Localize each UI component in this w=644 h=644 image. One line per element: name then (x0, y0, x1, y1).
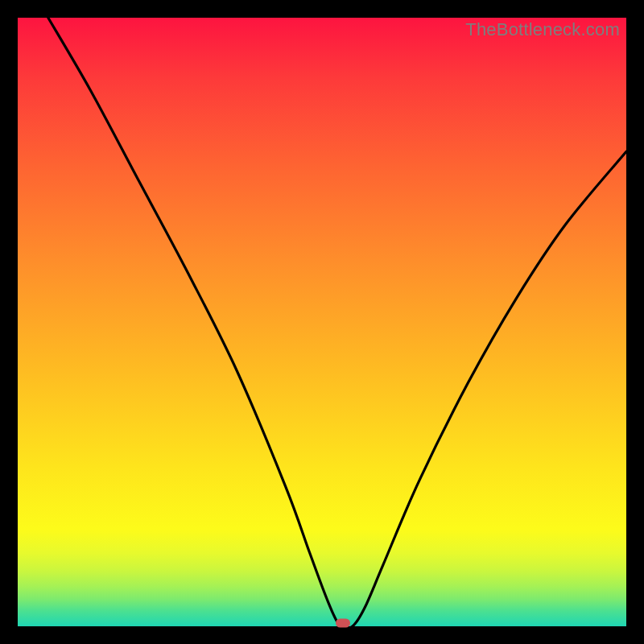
minimum-marker (336, 619, 350, 628)
watermark-text: TheBottleneck.com (465, 19, 620, 40)
chart-frame: TheBottleneck.com (0, 0, 644, 644)
chart-plot-area: TheBottleneck.com (18, 18, 626, 626)
curve-path (48, 18, 626, 626)
bottleneck-curve (18, 18, 626, 626)
